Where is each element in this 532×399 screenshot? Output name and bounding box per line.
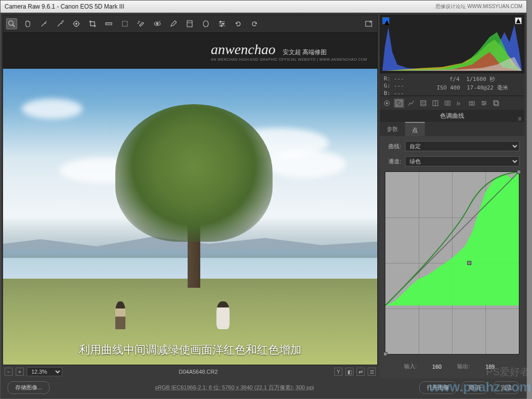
preferences-tool-icon[interactable] [216,18,228,29]
radial-filter-tool-icon[interactable] [200,18,211,29]
person-groom [115,301,125,329]
input-value[interactable] [427,363,447,370]
compare-y-button[interactable]: Y [334,368,342,376]
svg-point-26 [223,23,224,25]
histogram[interactable]: ▲ ▲ [380,15,524,73]
svg-point-14 [139,21,140,22]
graduated-filter-tool-icon[interactable] [184,18,195,29]
curve-editor[interactable] [385,171,519,354]
targeted-adjustment-tool-icon[interactable] [71,18,82,29]
cancel-button[interactable]: 取消 [462,381,488,394]
sub-tabs: 参数 点 [380,122,524,136]
info-r: R: --- [384,75,424,82]
watermark: anwenchao 安文超 高端修图 AN WENCHAO HIGH-END G… [3,33,377,69]
camera-panel-icon[interactable] [467,99,477,108]
straighten-tool-icon[interactable] [103,18,114,29]
crop-tool-icon[interactable] [87,18,98,29]
spot-removal-tool-icon[interactable] [136,18,147,29]
svg-point-2 [62,21,64,22]
svg-point-45 [482,101,483,102]
curve-select[interactable]: 自定 [405,141,519,151]
zoom-in-button[interactable]: + [16,368,24,376]
color-sampler-tool-icon[interactable] [55,18,66,29]
svg-point-30 [386,102,388,104]
svg-point-46 [484,102,485,103]
channel-label: 通道: [385,158,401,165]
save-button[interactable]: 存储图像... [8,381,50,394]
svg-rect-32 [421,101,426,106]
compare-swap-button[interactable]: ⇄ [357,368,365,376]
curve-label: 曲线: [385,143,401,150]
svg-line-1 [13,25,15,27]
zoom-out-button[interactable]: − [5,368,13,376]
rotate-cw-icon[interactable] [249,18,260,29]
sub-tab-params[interactable]: 参数 [380,122,405,136]
adjustment-brush-tool-icon[interactable] [168,18,179,29]
svg-rect-48 [494,101,498,105]
svg-rect-13 [122,21,127,26]
hsl-panel-icon[interactable] [418,99,428,108]
redeye-tool-icon[interactable] [152,18,163,29]
open-button[interactable]: 打开图像 [419,381,457,394]
sub-tab-point[interactable]: 点 [405,122,425,136]
titlebar: Camera Raw 9.6.1 - Canon EOS 5D Mark III… [1,1,526,13]
watermark-sub: 安文超 高端修图 [283,49,327,56]
output-value[interactable] [480,363,500,370]
svg-point-4 [76,23,77,25]
svg-point-21 [203,21,208,27]
panel-menu-icon[interactable]: ≡ [518,113,521,125]
hand-tool-icon[interactable] [22,18,33,29]
zoom-select[interactable]: 12.3% [27,367,62,376]
svg-point-15 [138,23,139,24]
image-preview[interactable]: 利用曲线中间调减绿使画面洋红色和红色增加 [3,69,377,365]
channel-select[interactable]: 绿色 [405,156,519,166]
presets-panel-icon[interactable] [479,99,489,108]
preview-container: anwenchao 安文超 高端修图 AN WENCHAO HIGH-END G… [3,33,378,365]
info-shutter: 1/1600 秒 [466,76,495,82]
workflow-link[interactable]: sRGB IEC61966-2.1; 8 位; 5760 x 3840 (22.… [55,384,414,391]
zoom-tool-icon[interactable] [6,18,17,29]
svg-point-47 [483,104,484,105]
svg-point-38 [447,102,449,104]
compare-before-button[interactable]: ◧ [345,368,353,376]
svg-rect-19 [187,21,192,27]
curve-point-end[interactable] [517,170,521,174]
info-iso: ISO 400 [436,84,460,91]
compare-settings-button[interactable]: ☰ [368,368,376,376]
fx-panel-icon[interactable]: fx [455,99,465,108]
rotate-ccw-icon[interactable] [233,18,244,29]
toolbar [3,15,378,33]
svg-point-25 [220,21,221,23]
svg-point-27 [221,25,223,27]
svg-point-17 [156,23,158,25]
watermark-main: anwenchao [211,41,276,57]
svg-text:fx: fx [457,101,461,106]
input-label: 输入: [404,363,417,370]
split-tone-panel-icon[interactable] [430,99,440,108]
watermark-url: AN WENCHAO HIGH-END GRAPHIC OFFICIAL WEB… [211,58,367,61]
svg-line-18 [159,21,160,22]
curve-panel-icon[interactable] [394,99,404,108]
info-aperture: f/4 [450,76,460,82]
svg-rect-49 [495,102,499,106]
preview-footer: − + 12.3% D04A5648.CR2 Y ◧ ⇄ ☰ [3,365,378,378]
curve-point-start[interactable] [383,352,387,356]
info-g: G: --- [384,82,424,90]
snapshots-panel-icon[interactable] [491,99,501,108]
person-bride [216,301,230,329]
done-button[interactable]: 完成 [493,381,519,394]
image-caption: 利用曲线中间调减绿使画面洋红色和红色增加 [3,339,377,361]
basic-panel-icon[interactable] [382,99,392,108]
source-site: 思缘设计论坛 WWW.MISSYUAN.COM [435,3,522,10]
info-lens: 17-40@22 毫米 [467,84,508,91]
footer-bar: 存储图像... sRGB IEC61966-2.1; 8 位; 5760 x 3… [3,378,524,396]
detail-panel-icon[interactable] [406,99,416,108]
lens-panel-icon[interactable] [442,99,453,108]
window-title: Camera Raw 9.6.1 - Canon EOS 5D Mark III [5,3,124,10]
curve-point-mid[interactable] [467,261,471,265]
transform-tool-icon[interactable] [119,18,130,29]
panel-title: 色调曲线 ≡ [380,110,524,122]
fullscreen-icon[interactable] [363,18,374,29]
white-balance-tool-icon[interactable] [38,18,50,29]
filename: D04A5648.CR2 [65,369,331,375]
